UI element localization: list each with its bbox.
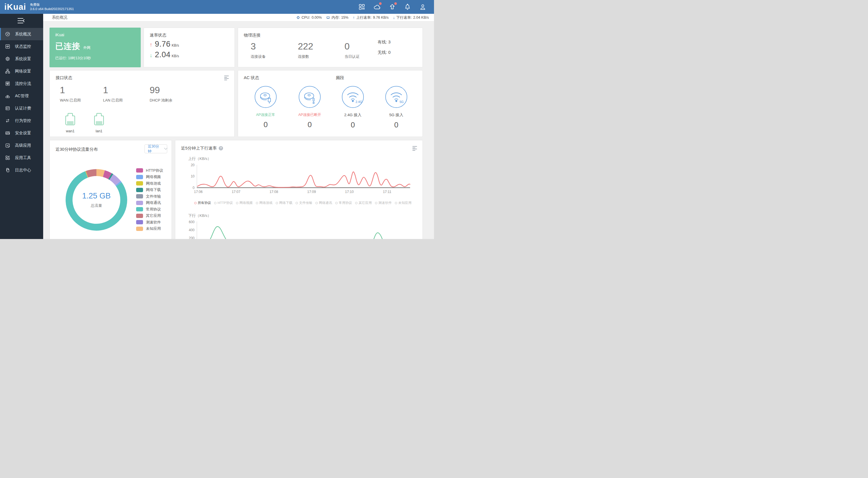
band-5g-count: 0: [375, 121, 418, 129]
network-icon: [5, 68, 10, 74]
legend-ring-icon: [194, 202, 196, 204]
cpu-icon: [296, 15, 300, 20]
wifi-5g-icon: 5G: [384, 105, 408, 110]
downlink-label: 下行速率:: [396, 15, 411, 20]
legend-label: 网络游戏: [259, 201, 273, 205]
legend-label: 常用协议: [339, 201, 352, 205]
sidebar-item-12[interactable]: 日志中心: [0, 164, 43, 176]
rate-legend-item[interactable]: 测速软件: [375, 201, 392, 205]
memory-value: 15%: [341, 15, 348, 20]
sidebar-item-label: 认证计费: [15, 106, 31, 111]
rate-legend-item[interactable]: 文件传输: [296, 201, 312, 205]
port-name: wan1: [60, 129, 80, 133]
sidebar-item-label: 行为管控: [15, 118, 31, 124]
rate-legend-item[interactable]: 网络游戏: [256, 201, 273, 205]
sidebar-item-label: 系统设置: [15, 56, 31, 62]
svg-text:下行（KB/s）: 下行（KB/s）: [188, 213, 211, 218]
svg-text:17:11: 17:11: [383, 190, 391, 194]
wireless-count: 无线: 0: [378, 50, 391, 55]
up-arrow-icon: ↑: [353, 15, 355, 20]
card-menu-icon[interactable]: [224, 76, 229, 80]
protocol-legend-item[interactable]: 网络下载: [136, 188, 163, 192]
band-24g-count: 0: [331, 121, 374, 129]
sidebar-item-1[interactable]: 系统概况: [0, 28, 43, 40]
rate-legend-item[interactable]: 未知应用: [395, 201, 411, 205]
svg-text:上行（KB/s）: 上行（KB/s）: [188, 157, 211, 161]
wired-count: 有线: 3: [378, 39, 391, 45]
legend-label: 其它应用: [359, 201, 372, 205]
legend-swatch: [136, 175, 143, 179]
legend-label: 网络通讯: [146, 200, 161, 205]
protocol-legend-item[interactable]: 未知应用: [136, 227, 163, 231]
protocol-legend-item[interactable]: 其它应用: [136, 214, 163, 218]
svg-text:200: 200: [189, 236, 194, 239]
sidebar-item-4[interactable]: 网络设置: [0, 65, 43, 77]
rate-legend-item[interactable]: HTTP协议: [214, 201, 233, 205]
connection-brand: iKuai: [55, 33, 135, 37]
sidebar-item-label: 系统概况: [15, 32, 31, 37]
connection-network: 外网: [83, 46, 90, 50]
advanced-icon: [5, 143, 10, 148]
protocol-legend-item[interactable]: 文件传输: [136, 194, 163, 199]
protocol-legend-item[interactable]: 网络游戏: [136, 181, 163, 185]
legend-label: 文件传输: [299, 201, 312, 205]
sidebar-item-9[interactable]: 安全设置: [0, 127, 43, 139]
apps-grid-icon[interactable]: [358, 3, 366, 11]
lan-enabled-stat: 1 LAN 已启用: [103, 85, 123, 103]
sidebar-item-10[interactable]: 高级应用: [0, 139, 43, 151]
cloud-icon[interactable]: [373, 3, 381, 11]
legend-label: 其它应用: [146, 213, 161, 218]
sidebar-item-5[interactable]: 流控分流: [0, 77, 43, 90]
upgrade-icon[interactable]: [389, 3, 396, 11]
build-label: 3.6.0 x64 Build202202171351: [30, 7, 74, 11]
sidebar-item-8[interactable]: 行为管控: [0, 114, 43, 127]
rate-legend-item[interactable]: 常用协议: [335, 201, 352, 205]
tools-icon: [5, 155, 10, 161]
interface-card-title: 接口状态: [56, 75, 228, 80]
main-content: iKuai 已连接 外网 已运行: 18时13分10秒 速率状态 ↑ 9.76 …: [43, 22, 434, 239]
rate-legend-item[interactable]: 所有协议: [194, 201, 211, 205]
protocol-legend-item[interactable]: 网络视频: [136, 175, 163, 179]
rate-legend-item[interactable]: 网络视频: [236, 201, 253, 205]
time-range-select[interactable]: 近30分钟: [145, 144, 167, 153]
sidebar-item-2[interactable]: 状态监控: [0, 40, 43, 53]
firewall-icon: [5, 130, 10, 136]
rate-legend-item[interactable]: 网络下载: [276, 201, 292, 205]
legend-swatch: [136, 201, 143, 205]
rate-chart-card: 近5分钟上下行速率 ? 上行（KB/s）0102017:0617:0717:08…: [175, 140, 423, 239]
legend-label: HTTP协议: [218, 201, 233, 205]
stat-value: 222: [298, 41, 313, 52]
lan1-port[interactable]: lan1: [89, 112, 109, 133]
sidebar-item-3[interactable]: 系统设置: [0, 53, 43, 65]
sidebar-item-6[interactable]: AC管理: [0, 90, 43, 102]
legend-ring-icon: [315, 202, 318, 204]
sidebar-item-11[interactable]: 应用工具: [0, 151, 43, 164]
bell-icon[interactable]: [404, 3, 411, 11]
ap-connected-label: AP连接正常: [244, 112, 287, 117]
protocol-legend-item[interactable]: 测速软件: [136, 220, 163, 224]
sidebar-item-label: 应用工具: [15, 155, 31, 161]
dhcp-pool-stat: 99 DHCP 池剩余: [150, 85, 173, 103]
legend-label: 未知应用: [398, 201, 411, 205]
ap-connected-count: 0: [244, 120, 287, 129]
download-arrow-icon: ↓: [150, 52, 155, 59]
sidebar-collapse-toggle[interactable]: [16, 17, 27, 25]
protocol-legend-item[interactable]: 常用协议: [136, 207, 163, 211]
sidebar-item-label: AC管理: [15, 94, 29, 99]
wan1-port[interactable]: wan1: [60, 112, 80, 133]
stat-label: 当日认证: [344, 54, 360, 59]
stat-label: WAN 已启用: [60, 98, 81, 103]
stat-value: 0: [344, 41, 360, 52]
connection-status-card: iKuai 已连接 外网 已运行: 18时13分10秒: [50, 28, 141, 67]
rate-legend-item[interactable]: 网络通讯: [315, 201, 332, 205]
app-logo[interactable]: iKuai: [4, 2, 26, 12]
sidebar-item-7[interactable]: 认证计费: [0, 102, 43, 114]
uplink-metric: ↑ 上行速率: 9.76 KB/s: [353, 15, 389, 20]
user-icon[interactable]: [419, 3, 427, 11]
svg-text:2.4G: 2.4G: [356, 100, 362, 104]
time-range-value: 近30分钟: [148, 144, 162, 154]
protocol-legend-item[interactable]: 网络通讯: [136, 201, 163, 205]
protocol-card-title: 近30分钟协议流量分布: [56, 147, 98, 152]
rate-legend-item[interactable]: 其它应用: [355, 201, 372, 205]
protocol-legend-item[interactable]: HTTP协议: [136, 168, 163, 173]
